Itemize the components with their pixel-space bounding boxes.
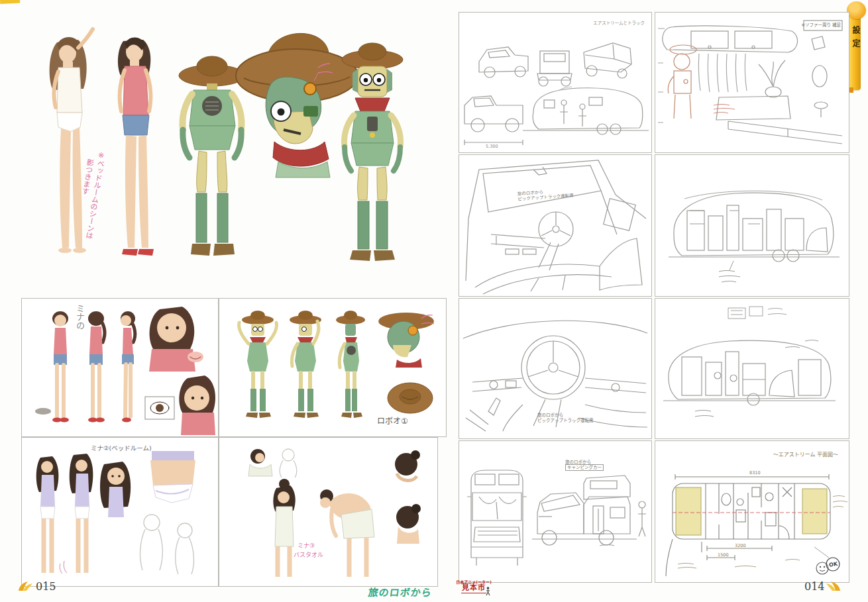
floorplan-sketch: OK 8310 3200 1500 xyxy=(655,441,849,582)
hat-top-view xyxy=(388,383,433,413)
trailer-cutaway-sketch-a xyxy=(655,155,849,296)
panel-label-mina-towel-2: バスタオル xyxy=(294,552,323,559)
book-spread-scan: { "tab": { "label": "設定" }, "left_page":… xyxy=(0,0,868,602)
sofa-note: ※ソファー周り 補足 xyxy=(801,23,841,28)
left-page: ※ベッドルームのシーンは 影つきます xyxy=(0,0,451,602)
walking-figure-icon xyxy=(485,587,491,596)
panel-camper: 旅のロボから キャンピングカー xyxy=(459,440,652,583)
title-logo-green: 旅のロボから xyxy=(368,585,433,599)
floorplan-dim-a: 3200 xyxy=(735,543,746,548)
mina-turnaround-art xyxy=(22,299,218,436)
floorplan-title: 〜エアストリーム 平面図〜 xyxy=(773,452,838,458)
figure-woman-pink-tank xyxy=(118,37,154,256)
roboo-turnaround-art xyxy=(219,299,446,436)
panel-label-mina-towel-1: ミナ③ xyxy=(298,542,315,550)
dashboard-note: 旅のロボから ピックアップトラック運転席 xyxy=(537,413,594,423)
leaf-icon-left xyxy=(17,581,33,591)
floorplan-dim-length: 8310 xyxy=(749,470,761,476)
panel-sofa-interior: ※ソファー周り 補足 xyxy=(655,12,849,153)
dashboard-note-line1: 旅のロボから xyxy=(537,413,563,418)
panel-cab-interior: 旅のロボから ピックアップトラック運転席 xyxy=(459,154,652,297)
panel-mina-bathtowel: ミナ③ バスタオル xyxy=(219,437,438,587)
truck-dimension: 5,300 xyxy=(486,144,498,149)
panel-dashboard: 旅のロボから ピックアップトラック運転席 xyxy=(459,298,652,439)
floorplan-dim-b: 1500 xyxy=(718,552,729,558)
panel-trailer-cutaway-b xyxy=(655,298,849,439)
right-page-number: 014 xyxy=(804,580,825,593)
hair-bun-studies xyxy=(395,450,421,544)
trailer-cutaway-sketch-b xyxy=(655,299,849,438)
mina-bedroom-art xyxy=(22,438,218,586)
panel-mina-bedroom: ミナ②(ベッドルーム) xyxy=(21,437,219,587)
truck-trailer-sketch xyxy=(459,13,651,152)
sofa-interior-sketch xyxy=(655,13,849,152)
camper-sketch xyxy=(459,441,651,582)
truck-note: エアストリームとトラック xyxy=(593,21,645,26)
ok-stamp-text: OK xyxy=(829,561,839,568)
cab-interior-sketch xyxy=(459,155,651,296)
panel-truck-trailer: エアストリームとトラック 5,300 xyxy=(459,12,652,153)
camper-note: 旅のロボから キャンピングカー xyxy=(565,460,604,470)
right-page: エアストリームとトラック 5,300 ※ソファー周り 補足 xyxy=(455,0,852,602)
camper-note-line2: キャンピングカー xyxy=(565,464,604,471)
panel-roboo-turnaround: ロボオ① xyxy=(219,298,447,437)
animator-expo-logo: 日本アニメ(ーター) 見本市 xyxy=(455,580,493,595)
panel-label-mina-bedroom: ミナ②(ベッドルーム) xyxy=(91,444,152,452)
roboo-head-closeup xyxy=(378,313,434,368)
figure-robot-back xyxy=(179,56,245,256)
panel-label-mina: ミナの xyxy=(74,304,86,337)
dashboard-note-line2: ピックアップトラック運転席 xyxy=(537,418,594,423)
robot-head-closeup xyxy=(236,33,358,177)
leaf-icon-right xyxy=(826,581,841,591)
left-page-number: 015 xyxy=(36,580,56,593)
panel-label-roboo: ロボオ① xyxy=(377,417,408,426)
panel-floorplan: OK 8310 3200 1500 〜エアストリーム 平面図〜 xyxy=(655,440,849,583)
panel-trailer-cutaway-a xyxy=(655,154,849,297)
panel-mina-turnaround: ミナの xyxy=(21,298,219,437)
mina-bathtowel-art xyxy=(219,438,437,586)
